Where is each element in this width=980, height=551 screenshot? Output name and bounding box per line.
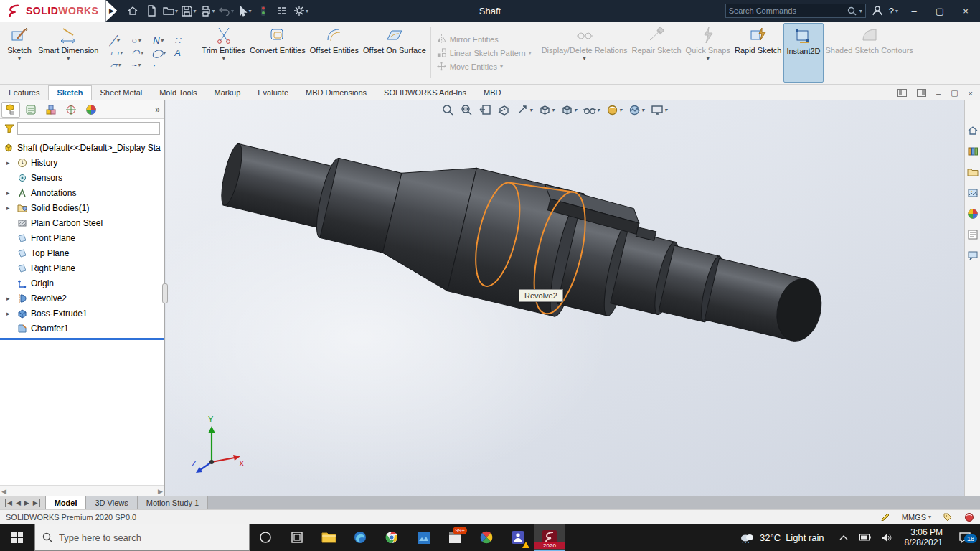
tab-dimxpert-manager[interactable] (62, 102, 80, 118)
linear-sketch-pattern-button[interactable]: Linear Sketch Pattern ▾ (436, 47, 532, 58)
design-library-icon[interactable] (967, 146, 979, 157)
sketch-pattern-tool[interactable]: ∷ (173, 36, 192, 46)
print-button[interactable]: ▾ (199, 2, 216, 19)
freeform-tool[interactable]: ~▾ (130, 60, 149, 70)
window-close-button[interactable]: × (956, 6, 976, 17)
help-button[interactable]: ?▾ (889, 6, 898, 17)
tab-feature-manager[interactable] (1, 102, 20, 118)
start-button[interactable] (0, 524, 34, 551)
action-center-button[interactable]: 18 (950, 532, 980, 543)
shaded-sketch-contours-button[interactable]: Shaded Sketch Contours (824, 23, 915, 83)
tree-root-part[interactable]: Shaft (Default<<Default>_Display Sta (0, 140, 164, 155)
save-button[interactable]: ▾ (180, 2, 197, 19)
tree-filter-input[interactable] (17, 122, 160, 135)
rectangle-tool[interactable]: ▭▾ (108, 48, 127, 58)
tree-item-front-plane[interactable]: Front Plane (0, 230, 164, 245)
tray-volume-button[interactable] (876, 533, 897, 542)
nav-first-button[interactable]: ◀ (5, 499, 12, 507)
tag-status-icon[interactable] (943, 512, 953, 522)
panel-tabs-overflow[interactable]: » (155, 105, 163, 115)
zoom-to-area-button[interactable] (458, 103, 475, 118)
doc-close-button[interactable]: × (969, 89, 973, 98)
view-palette-icon[interactable] (967, 187, 979, 199)
line-tool[interactable]: ╱▾ (108, 36, 127, 46)
point-tool[interactable]: ∙ (151, 60, 170, 70)
taskbar-weather[interactable]: 32°C Light rain (730, 532, 833, 543)
command-search-input[interactable] (729, 6, 844, 15)
solidworks-logo[interactable]: SOLIDWORKS (0, 0, 105, 22)
undo-button[interactable]: ▾ (217, 2, 235, 19)
taskbar-search-input[interactable] (59, 532, 242, 543)
edge-taskbar-button[interactable] (344, 524, 376, 551)
solidworks-forum-icon[interactable] (967, 250, 979, 261)
offset-on-surface-button[interactable]: Offset On Surface (361, 23, 428, 83)
pane-right-toggle-icon[interactable] (917, 89, 926, 97)
chrome-taskbar-button[interactable] (376, 524, 407, 551)
window-minimize-button[interactable]: – (904, 6, 924, 17)
task-view-button[interactable] (281, 524, 313, 551)
scroll-left-arrow[interactable]: ◀ (1, 488, 6, 495)
options-button[interactable]: ▾ (292, 2, 309, 19)
status-sphere-icon[interactable] (964, 512, 974, 522)
nav-prev-button[interactable]: ◀ (16, 499, 21, 507)
tree-item-solid-bodies[interactable]: ▸ Solid Bodies(1) (0, 200, 164, 215)
quick-snaps-button[interactable]: Quick Snaps ▾ (684, 23, 732, 83)
tree-item-right-plane[interactable]: Right Plane (0, 260, 164, 276)
edit-appearance-button[interactable]: ▾ (604, 103, 624, 118)
user-account-icon[interactable] (872, 5, 883, 17)
view-settings-button[interactable]: ▾ (649, 103, 669, 117)
custom-properties-icon[interactable] (967, 229, 979, 240)
display-delete-relations-button[interactable]: Display/Delete Relations ▾ (540, 23, 630, 83)
arc-tool[interactable]: ◠▾ (130, 48, 149, 58)
doc-tab-model[interactable]: Model (46, 496, 87, 509)
panel-splitter-grip[interactable] (162, 283, 168, 303)
offset-entities-button[interactable]: Offset Entities (308, 23, 361, 83)
sketch-text-tool[interactable]: A (173, 48, 192, 58)
slot-tool[interactable]: ▱▾ (108, 60, 127, 70)
graphics-viewport[interactable]: ▾ ▾ ▾ ▾ ▾ ▾ ▾ (166, 100, 980, 496)
tray-expand-button[interactable] (833, 534, 854, 540)
rapid-sketch-button[interactable]: Rapid Sketch (732, 23, 783, 83)
tree-item-annotations[interactable]: ▸ Annotations (0, 185, 164, 200)
tab-mbd[interactable]: MBD (475, 85, 509, 100)
expander-icon[interactable]: ▸ (6, 204, 10, 212)
home-button[interactable] (124, 2, 141, 19)
rebuild-button[interactable] (255, 2, 272, 19)
tab-sheet-metal[interactable]: Sheet Metal (92, 85, 151, 100)
tab-evaluate[interactable]: Evaluate (249, 85, 297, 100)
open-button[interactable]: ▾ (161, 2, 179, 19)
nav-next-button[interactable]: ▶ (24, 499, 29, 507)
tree-item-boss-extrude1[interactable]: ▸ Boss-Extrude1 (0, 306, 164, 321)
display-style-button[interactable]: ▾ (559, 103, 579, 118)
repair-sketch-button[interactable]: Repair Sketch (630, 23, 684, 83)
expander-icon[interactable]: ▸ (6, 310, 10, 317)
circle-tool[interactable]: ○▾ (130, 36, 149, 46)
mirror-entities-button[interactable]: Mirror Entities (436, 34, 532, 44)
tab-configuration-manager[interactable] (42, 102, 60, 118)
apply-scene-button[interactable]: ▾ (626, 103, 646, 118)
instant2d-button[interactable]: Instant2D (783, 23, 823, 83)
tray-battery-button[interactable] (854, 534, 876, 541)
panel-horizontal-scrollbar[interactable]: ◀ ▶ (0, 485, 164, 496)
tab-display-manager[interactable] (82, 102, 100, 118)
cortana-button[interactable] (250, 524, 281, 551)
taskbar-search-box[interactable] (34, 524, 250, 551)
browser-notification-button[interactable]: 99+ (439, 524, 471, 551)
pane-left-toggle-icon[interactable] (897, 89, 907, 97)
hide-show-items-button[interactable]: ▾ (581, 103, 602, 117)
tab-mold-tools[interactable]: Mold Tools (151, 85, 205, 100)
select-button[interactable]: ▾ (236, 2, 253, 19)
shaft-3d-model[interactable] (166, 100, 980, 496)
tab-property-manager[interactable] (22, 102, 40, 118)
zoom-to-fit-button[interactable] (440, 103, 456, 118)
taskbar-clock[interactable]: 3:06 PM 8/28/2021 (897, 527, 950, 547)
edit-sketch-status-icon[interactable] (880, 512, 890, 522)
window-restore-button[interactable]: ▢ (930, 6, 950, 17)
solidworks-taskbar-button[interactable]: 2020 (534, 524, 565, 551)
spline-tool[interactable]: N▾ (151, 36, 170, 46)
view-orientation-button[interactable]: ▾ (537, 103, 557, 118)
dynamic-annotation-button[interactable]: ▾ (514, 103, 534, 118)
trim-entities-button[interactable]: Trim Entities ▾ (199, 23, 248, 83)
doc-tab-motion-study[interactable]: Motion Study 1 (138, 496, 208, 509)
rollback-bar[interactable] (0, 338, 164, 340)
